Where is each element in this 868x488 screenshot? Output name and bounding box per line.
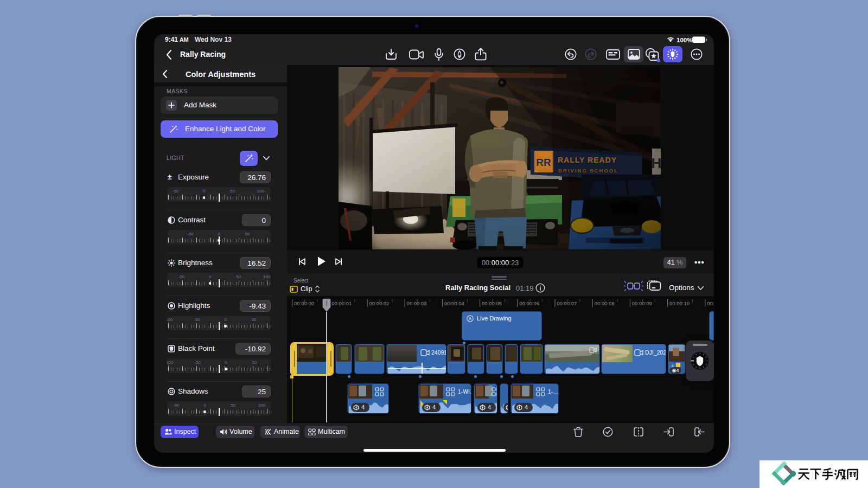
svg-text:00:00:01: 00:00:01 xyxy=(331,300,352,306)
svg-text:00:00:00: 00:00:00 xyxy=(294,300,314,306)
svg-text:00:00:11: 00:00:11 xyxy=(707,300,714,306)
svg-text:00:00:10: 00:00:10 xyxy=(669,300,690,306)
svg-text:00:00:02: 00:00:02 xyxy=(369,300,389,306)
svg-text:00:00:06: 00:00:06 xyxy=(519,300,539,306)
svg-text:00:00:04: 00:00:04 xyxy=(444,300,464,306)
svg-text:00:00:09: 00:00:09 xyxy=(632,300,652,306)
svg-text:00:00:07: 00:00:07 xyxy=(557,300,577,306)
svg-text:00:00:05: 00:00:05 xyxy=(482,300,502,306)
svg-text:00:00:03: 00:00:03 xyxy=(407,300,427,306)
svg-text:00:00:08: 00:00:08 xyxy=(595,300,615,306)
svg-text:100%: 100% xyxy=(676,37,692,43)
